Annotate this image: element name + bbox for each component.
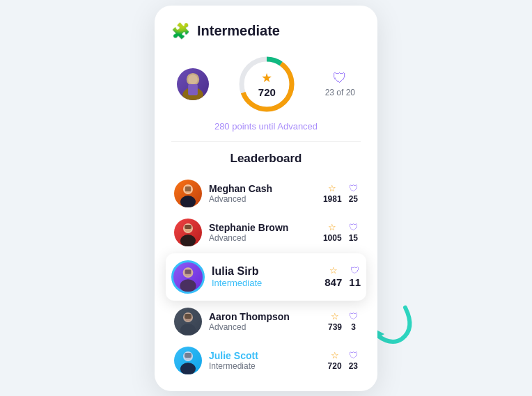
shield-icon: 🛡 xyxy=(349,311,358,322)
aaron-info: Aaron Thompson Advanced xyxy=(209,311,321,332)
donut-score: 720 xyxy=(258,86,276,98)
stephanie-level: Advanced xyxy=(209,233,316,243)
svg-rect-14 xyxy=(185,225,191,229)
shield-icon: 🛡 xyxy=(350,265,359,276)
star-icon: ☆ xyxy=(329,265,338,276)
svg-point-16 xyxy=(180,279,196,292)
card-title: Intermediate xyxy=(197,23,280,39)
leaderboard-item-highlighted: Iulia Sirb Intermediate ☆ 847 🛡 11 xyxy=(166,253,366,301)
leaderboard-item: Meghan Cash Advanced ☆ 1981 🛡 25 xyxy=(171,174,361,213)
meghan-shield-stat: 🛡 25 xyxy=(349,183,358,204)
julie-shield-stat: 🛡 23 xyxy=(349,350,358,371)
stephanie-star-stat: ☆ 1005 xyxy=(323,222,342,243)
shield-icon: 🛡 xyxy=(349,350,358,361)
user-avatar xyxy=(177,68,209,100)
card-wrapper: 🧩 Intermediate xyxy=(155,6,377,391)
aaron-shield-value: 3 xyxy=(351,322,356,332)
iulia-level: Intermediate xyxy=(212,278,318,288)
meghan-info: Meghan Cash Advanced xyxy=(209,183,316,204)
meghan-stats: ☆ 1981 🛡 25 xyxy=(323,183,358,204)
progress-section: ★ 720 🛡 23 of 20 xyxy=(171,53,361,116)
star-icon: ☆ xyxy=(331,311,339,322)
julie-stats: ☆ 720 🛡 23 xyxy=(328,350,358,371)
star-icon: ☆ xyxy=(331,350,339,361)
svg-point-2 xyxy=(188,74,198,84)
iulia-shield-stat: 🛡 11 xyxy=(349,265,361,288)
aaron-stats: ☆ 739 🛡 3 xyxy=(328,311,358,332)
donut-center: ★ 720 xyxy=(258,70,276,98)
julie-info: Julie Scott Intermediate xyxy=(209,350,321,371)
svg-rect-18 xyxy=(185,269,191,274)
svg-rect-26 xyxy=(185,353,191,358)
stephanie-shield-stat: 🛡 15 xyxy=(349,222,358,243)
svg-rect-22 xyxy=(185,314,191,319)
meghan-name: Meghan Cash xyxy=(209,183,316,194)
main-card: 🧩 Intermediate xyxy=(155,6,377,391)
svg-rect-10 xyxy=(185,187,191,191)
julie-name: Julie Scott xyxy=(209,350,321,361)
card-header: 🧩 Intermediate xyxy=(171,22,361,40)
points-until-text: 280 points until Advanced xyxy=(171,121,361,142)
stephanie-name: Stephanie Brown xyxy=(209,222,316,233)
leaderboard-title: Leaderboard xyxy=(171,152,361,166)
shield-icon: 🛡 xyxy=(349,222,358,232)
julie-shield-value: 23 xyxy=(349,361,358,371)
aaron-shield-stat: 🛡 3 xyxy=(349,311,358,332)
svg-point-24 xyxy=(180,363,196,374)
stephanie-avatar xyxy=(174,219,202,246)
aaron-name: Aaron Thompson xyxy=(209,311,321,322)
julie-level: Intermediate xyxy=(209,361,321,371)
leaderboard-item: Julie Scott Intermediate ☆ 720 🛡 23 xyxy=(171,341,361,380)
leaderboard-list: Meghan Cash Advanced ☆ 1981 🛡 25 xyxy=(171,174,361,380)
rank-text: 23 of 20 xyxy=(325,88,355,97)
meghan-star-value: 1981 xyxy=(323,194,342,204)
aaron-level: Advanced xyxy=(209,322,321,332)
iulia-avatar xyxy=(171,260,205,294)
svg-point-20 xyxy=(180,324,196,335)
iulia-star-value: 847 xyxy=(324,276,342,288)
stephanie-info: Stephanie Brown Advanced xyxy=(209,222,316,243)
leaderboard-item: Stephanie Brown Advanced ☆ 1005 🛡 15 xyxy=(171,213,361,252)
iulia-name: Iulia Sirb xyxy=(212,265,318,278)
iulia-stats: ☆ 847 🛡 11 xyxy=(324,265,361,288)
iulia-shield-value: 11 xyxy=(349,276,361,288)
star-icon: ☆ xyxy=(328,183,336,193)
meghan-level: Advanced xyxy=(209,194,316,204)
star-icon: ☆ xyxy=(328,222,336,232)
stephanie-stats: ☆ 1005 🛡 15 xyxy=(323,222,358,243)
aaron-avatar xyxy=(174,308,202,335)
meghan-shield-value: 25 xyxy=(349,194,358,204)
julie-star-stat: ☆ 720 xyxy=(328,350,342,371)
aaron-star-stat: ☆ 739 xyxy=(328,311,342,332)
shield-icon: 🛡 xyxy=(349,183,358,193)
iulia-star-stat: ☆ 847 xyxy=(324,265,342,288)
leaderboard-item: Aaron Thompson Advanced ☆ 739 🛡 3 xyxy=(171,302,361,341)
svg-rect-3 xyxy=(188,84,198,95)
svg-point-12 xyxy=(180,235,196,246)
meghan-avatar xyxy=(174,180,202,207)
progress-donut: ★ 720 xyxy=(235,53,298,116)
julie-star-value: 720 xyxy=(328,361,342,371)
rank-section: 🛡 23 of 20 xyxy=(325,70,355,97)
meghan-star-stat: ☆ 1981 xyxy=(323,183,342,204)
svg-point-8 xyxy=(180,196,196,207)
julie-avatar xyxy=(174,347,202,374)
donut-star-icon: ★ xyxy=(261,70,272,86)
iulia-info: Iulia Sirb Intermediate xyxy=(212,265,318,288)
stephanie-shield-value: 15 xyxy=(349,233,358,243)
aaron-star-value: 739 xyxy=(328,322,342,332)
stephanie-star-value: 1005 xyxy=(323,233,342,243)
rank-shield-icon: 🛡 xyxy=(333,70,347,86)
intermediate-icon: 🧩 xyxy=(171,22,190,40)
